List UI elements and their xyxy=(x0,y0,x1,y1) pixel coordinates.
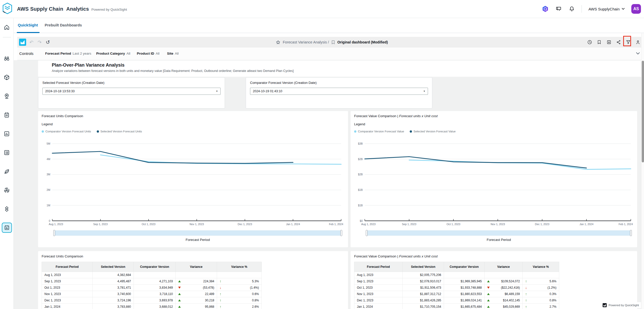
table-cell[interactable]: $109,524,072 xyxy=(485,278,523,285)
column-header[interactable]: Comparator Version xyxy=(444,262,485,272)
table-cell[interactable]: Dec 1, 2023 xyxy=(42,297,93,304)
slider-handle-left[interactable] xyxy=(53,230,55,236)
table-cell[interactable]: ↑0.3% xyxy=(523,291,559,297)
redo-button[interactable]: ↷ xyxy=(38,37,42,48)
table-cell[interactable]: ↓(1.4%) xyxy=(217,285,262,291)
table-cell[interactable]: $2,005,775,206 xyxy=(403,272,444,278)
legend-item[interactable]: Comparator Version Forecast Value xyxy=(354,130,404,133)
column-header[interactable]: Comparator Version xyxy=(134,262,176,272)
column-header[interactable]: Variance % xyxy=(217,262,262,272)
filter-site[interactable]: SiteAll xyxy=(167,52,179,55)
table-cell[interactable]: 3,781,471 xyxy=(93,285,134,291)
tab-quicksight[interactable]: QuickSight xyxy=(18,23,38,27)
table-cell[interactable]: Aug 1, 2023 xyxy=(354,272,403,278)
favorite-star-icon[interactable] xyxy=(276,40,280,45)
column-header[interactable]: Forecast Period xyxy=(42,262,93,272)
table-cell[interactable]: $1,969,385,945 xyxy=(444,278,485,285)
table-cell[interactable] xyxy=(523,272,559,278)
table-cell[interactable] xyxy=(217,272,262,278)
sidebar-item-data-lake[interactable] xyxy=(0,199,13,218)
filter-product-id[interactable]: Product IDAll xyxy=(137,52,159,55)
sidebar-item-demand-planning[interactable] xyxy=(0,49,13,68)
selected-version-dropdown[interactable]: 2024-10-18 13:53:33 ▼ xyxy=(42,88,221,95)
table-cell[interactable]: ↑2.7% xyxy=(523,304,559,309)
table-cell[interactable]: 22,489 xyxy=(176,291,217,297)
table-cell[interactable]: ↑5.3% xyxy=(217,278,262,285)
comparator-version-dropdown[interactable]: 2024-10-19 01:43:10 ▼ xyxy=(250,88,428,95)
table-cell[interactable] xyxy=(444,272,485,278)
table-cell[interactable] xyxy=(134,272,176,278)
table-cell[interactable]: $14,402,145 xyxy=(485,297,523,304)
tab-prebuilt-dashboards[interactable]: Prebuilt Dashboards xyxy=(45,23,82,27)
slider-handle-left[interactable] xyxy=(366,230,368,236)
table-cell[interactable]: 4,271,103 xyxy=(134,278,176,285)
filter-product-category[interactable]: Product CategoryAll xyxy=(96,52,130,55)
column-header[interactable]: Variance xyxy=(485,262,523,272)
scrollbar-thumb[interactable] xyxy=(642,61,644,162)
export-icon[interactable] xyxy=(605,37,613,48)
table-cell[interactable]: Jan 1, 2024 xyxy=(354,304,403,309)
sidebar-item-work-orders[interactable] xyxy=(0,143,13,162)
table-cell[interactable]: ↑0.8% xyxy=(217,297,262,304)
table-cell[interactable]: Dec 1, 2023 xyxy=(354,297,403,304)
column-header[interactable]: Selected Version xyxy=(403,262,444,272)
table-cell[interactable]: $1,887,312,712 xyxy=(403,291,444,297)
bookmarks-icon[interactable] xyxy=(596,37,603,48)
units-date-range-slider[interactable] xyxy=(54,230,342,236)
table-cell[interactable]: Nov 1, 2023 xyxy=(354,291,403,297)
slider-handle-right[interactable] xyxy=(630,230,632,236)
table-cell[interactable]: 4,382,684 xyxy=(93,272,134,278)
table-cell[interactable]: Aug 1, 2023 xyxy=(42,272,93,278)
account-menu[interactable]: AWS SupplyChain xyxy=(588,7,625,11)
table-cell[interactable]: 3,688,012 xyxy=(134,304,176,309)
table-cell[interactable]: 3,724,196 xyxy=(93,297,134,304)
value-date-range-slider[interactable] xyxy=(366,230,631,236)
sidebar-item-inventory[interactable] xyxy=(0,68,13,87)
table-cell[interactable]: ↑0.8% xyxy=(523,297,559,304)
table-cell[interactable]: ↓(1.2%) xyxy=(523,285,559,291)
sidebar-item-analytics-selected[interactable] xyxy=(0,218,13,237)
feedback-icon[interactable] xyxy=(555,6,562,12)
table-cell[interactable]: 224,384 xyxy=(176,278,217,285)
table-cell[interactable]: ↑0.6% xyxy=(217,291,262,297)
sidebar-item-vendor-lead-time[interactable] xyxy=(0,181,13,199)
table-cell[interactable]: $45,029,669 xyxy=(485,304,523,309)
sidebar-item-network-map[interactable] xyxy=(0,87,13,105)
table-cell[interactable]: $1,911,506,473 xyxy=(403,285,444,291)
avatar[interactable]: AS xyxy=(631,4,641,14)
table-cell[interactable]: $1,883,426,285 xyxy=(403,297,444,304)
legend-item[interactable]: Selected Version Forecast Value xyxy=(410,130,456,133)
quicksight-logo[interactable] xyxy=(19,39,26,46)
table-cell[interactable]: $1,880,823,553 xyxy=(444,291,485,297)
table-cell[interactable]: $2,078,910,017 xyxy=(403,278,444,285)
table-cell[interactable]: $1,933,748,888 xyxy=(444,285,485,291)
table-cell[interactable]: 30,218 xyxy=(176,297,217,304)
sidebar-item-insights[interactable] xyxy=(0,124,13,143)
share-icon[interactable] xyxy=(615,37,622,48)
sidebar-item-orders[interactable] xyxy=(0,105,13,124)
table-cell[interactable]: 3,718,110 xyxy=(134,291,176,297)
table-cell[interactable]: 4,495,487 xyxy=(93,278,134,285)
table-cell[interactable]: 3,834,949 xyxy=(134,285,176,291)
sidebar-item-home[interactable] xyxy=(0,18,13,37)
column-header[interactable]: Variance xyxy=(176,262,217,272)
table-cell[interactable]: Sep 1, 2023 xyxy=(354,278,403,285)
table-cell[interactable]: 95,868 xyxy=(176,304,217,309)
sidebar-item-sustainability[interactable] xyxy=(0,162,13,181)
table-cell[interactable]: 3,693,978 xyxy=(134,297,176,304)
slider-handle-right[interactable] xyxy=(340,230,342,236)
table-cell[interactable]: Nov 1, 2023 xyxy=(42,291,93,297)
table-cell[interactable]: ↑2.6% xyxy=(217,304,262,309)
table-cell[interactable]: Sep 1, 2023 xyxy=(42,278,93,285)
user-icon[interactable] xyxy=(634,37,641,48)
legend-item[interactable]: Selected Version Forecast Units xyxy=(97,130,142,133)
table-cell[interactable]: ↑5.6% xyxy=(523,278,559,285)
column-header[interactable]: Forecast Period xyxy=(354,262,403,272)
table-cell[interactable]: (53,478) xyxy=(176,285,217,291)
table-cell[interactable]: Oct 1, 2023 xyxy=(42,285,93,291)
reset-button[interactable]: ↺ xyxy=(46,37,50,48)
table-cell[interactable]: Jan 1, 2024 xyxy=(42,304,93,309)
notifications-bell-icon[interactable] xyxy=(568,6,575,12)
table-cell[interactable]: 3,783,880 xyxy=(93,304,134,309)
undo-button[interactable]: ↶ xyxy=(29,37,34,48)
